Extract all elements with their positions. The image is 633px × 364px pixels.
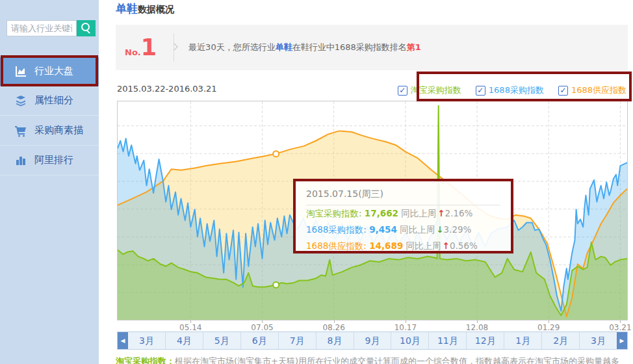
- tooltip-row-text: 3.29%: [444, 224, 472, 235]
- tooltip-row-text: 0.56%: [450, 240, 478, 251]
- x-axis-tick-label: 03.21: [602, 323, 633, 332]
- rank-banner-text: 最近30天，您所选行业单鞋在鞋行业中1688采购指数排名第1: [188, 42, 421, 53]
- tooltip-row-text: 2.16%: [445, 208, 473, 218]
- month-cell[interactable]: 5月: [203, 332, 240, 349]
- sidebar: 行业大盘属性细分采购商素描阿里排行: [0, 0, 99, 364]
- sidebar-nav: 行业大盘属性细分采购商素描阿里排行: [0, 57, 99, 176]
- sidebar-item-label: 采购商素描: [34, 124, 83, 136]
- tooltip-row-text: 1688采购指数:: [306, 224, 369, 235]
- tooltip-row-text: 淘宝采购指数:: [306, 208, 365, 218]
- cart-icon: [14, 124, 27, 137]
- area-chart-icon: [14, 65, 27, 78]
- tooltip-row: 1688采购指数: 9,454 同比上周↓3.29%: [306, 222, 500, 238]
- tooltip-row-text: 9,454: [369, 224, 397, 235]
- tooltip-row-text: 同比上周: [398, 208, 436, 218]
- search-icon: [81, 23, 90, 31]
- arrow-up-icon: ↑: [437, 208, 445, 218]
- tooltip-row-text: 同比上周: [403, 240, 441, 251]
- checkbox-checked-icon[interactable]: ✓: [476, 86, 485, 96]
- page-title-suffix: 数据概况: [138, 4, 174, 16]
- bar-chart-icon: [14, 154, 27, 167]
- x-axis-tick-label: 05.14: [172, 323, 209, 332]
- search-input[interactable]: [6, 20, 77, 36]
- month-cell[interactable]: 9月: [354, 332, 391, 349]
- search-row: [6, 20, 96, 36]
- tooltip-rows: 淘宝采购指数: 17,662 同比上周↑2.16%1688采购指数: 9,454…: [306, 205, 500, 254]
- rank-banner: No.1 最近30天，您所选行业单鞋在鞋行业中1688采购指数排名第1: [116, 25, 628, 70]
- sidebar-item-caigoushang-sumiao[interactable]: 采购商素描: [0, 116, 99, 146]
- month-cell[interactable]: 10月: [391, 332, 428, 349]
- footnote-label: 淘宝采购指数：: [116, 356, 175, 364]
- chevron-right-icon: [170, 43, 177, 50]
- chart-tooltip: 2015.07.15(周三) 淘宝采购指数: 17,662 同比上周↑2.16%…: [296, 181, 511, 251]
- sidebar-item-label: 行业大盘: [34, 65, 73, 77]
- tooltip-row-text: 1688供应指数:: [306, 240, 369, 251]
- tooltip-row: 淘宝采购指数: 17,662 同比上周↑2.16%: [306, 205, 500, 222]
- month-cell[interactable]: 8月: [316, 332, 354, 349]
- legend-item-taobao-caigou[interactable]: ✓淘宝采购指数: [398, 84, 461, 96]
- sidebar-item-label: 阿里排行: [34, 154, 73, 166]
- x-axis-tick: [477, 320, 478, 323]
- checkbox-checked-icon[interactable]: ✓: [398, 86, 407, 96]
- pager-next-button[interactable]: ▶: [617, 332, 627, 349]
- month-cell[interactable]: 1月: [504, 332, 541, 349]
- rank-text-keyword: 单鞋: [276, 42, 292, 52]
- arrow-down-icon: ↓: [436, 224, 443, 235]
- x-axis-tick: [620, 320, 621, 323]
- tooltip-date: 2015.07.15(周三): [306, 187, 500, 205]
- sidebar-item-shuxing-xifen[interactable]: 属性细分: [0, 86, 99, 116]
- search-button[interactable]: [77, 20, 96, 36]
- pager-prev-button[interactable]: ◀: [118, 332, 128, 349]
- month-cell[interactable]: 4月: [165, 332, 203, 349]
- footnote: 淘宝采购指数：根据在淘宝市场(淘宝集市+天猫)用所在行业的成交量计算而成的一个综…: [116, 356, 633, 364]
- month-pager: ◀ 3月4月5月6月7月8月9月10月11月12月1月2月3月 ▶: [117, 332, 628, 350]
- rank-text-prefix: 最近30天，您所选行业: [188, 42, 276, 52]
- month-cell[interactable]: 6月: [240, 332, 278, 349]
- rank-text-rank: 第1: [407, 42, 421, 52]
- month-cell[interactable]: 3月: [579, 332, 617, 349]
- x-axis-tick: [334, 320, 335, 323]
- layers-icon: [14, 94, 27, 107]
- legend-label: 1688采购指数: [489, 84, 544, 96]
- tooltip-row-text: 同比上周: [397, 224, 435, 235]
- month-cell[interactable]: 3月: [128, 332, 165, 349]
- month-cell[interactable]: 2月: [541, 332, 579, 349]
- tooltip-row-text: 17,662: [365, 208, 398, 218]
- x-axis-tick: [549, 320, 549, 323]
- page-title-keyword: 单鞋: [116, 1, 138, 16]
- legend-item-1688-caigou[interactable]: ✓1688采购指数: [476, 84, 544, 96]
- tooltip-row-text: 14,689: [369, 240, 403, 251]
- rank-number: No.1: [125, 36, 157, 59]
- page-title: 单鞋数据概况: [116, 1, 174, 16]
- x-axis-tick-label: 01.29: [530, 323, 567, 332]
- chart-legend: ✓淘宝采购指数✓1688采购指数✓1688供应指数: [398, 84, 627, 96]
- hover-marker: [273, 282, 279, 288]
- footnote-text: 根据在淘宝市场(淘宝集市+天猫)用所在行业的成交量计算而成的一个综合数值，指数越…: [175, 356, 619, 364]
- rank-no-label: No.: [125, 47, 141, 57]
- x-axis-tick-label: 07.05: [244, 323, 280, 332]
- legend-label: 1688供应指数: [571, 84, 627, 96]
- month-cell[interactable]: 11月: [428, 332, 466, 349]
- tooltip-row: 1688供应指数: 14,689 同比上周↑0.56%: [306, 238, 500, 254]
- sidebar-item-label: 属性细分: [34, 94, 73, 107]
- month-cell[interactable]: 7月: [278, 332, 316, 349]
- x-axis-tick: [262, 320, 263, 323]
- x-axis-tick: [406, 320, 406, 323]
- x-axis-tick-label: 12.08: [459, 323, 495, 332]
- chart-date-range: 2015.03.22-2016.03.21: [117, 84, 217, 94]
- arrow-up-icon: ↑: [443, 240, 450, 251]
- banner-divider: [174, 33, 174, 62]
- x-axis-tick: [190, 320, 191, 323]
- sidebar-item-hangye-dapan[interactable]: 行业大盘: [0, 57, 99, 86]
- sidebar-item-ali-paihang[interactable]: 阿里排行: [0, 146, 99, 176]
- hover-marker: [273, 151, 279, 157]
- rank-no-value: 1: [141, 36, 157, 59]
- legend-label: 淘宝采购指数: [411, 84, 461, 96]
- pager-cells: 3月4月5月6月7月8月9月10月11月12月1月2月3月: [128, 332, 617, 349]
- checkbox-checked-icon[interactable]: ✓: [558, 86, 568, 96]
- x-axis-tick-label: 10.17: [387, 323, 424, 332]
- month-cell[interactable]: 12月: [466, 332, 504, 349]
- x-axis-tick-label: 08.26: [316, 323, 352, 332]
- legend-item-1688-gongying[interactable]: ✓1688供应指数: [558, 84, 627, 96]
- rank-text-middle: 在鞋行业中1688采购指数排名: [292, 42, 407, 52]
